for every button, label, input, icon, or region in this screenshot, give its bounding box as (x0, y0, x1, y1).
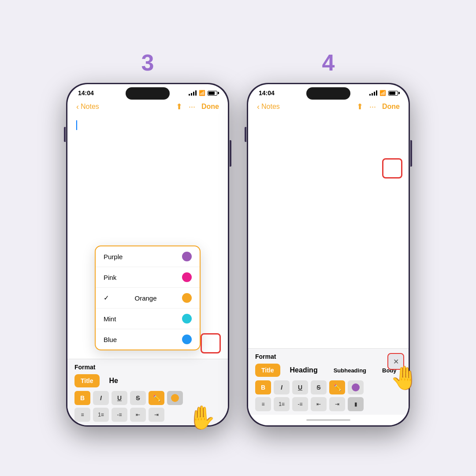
close-btn-highlight-4 (382, 158, 402, 178)
home-indicator-4 (248, 415, 409, 425)
chevron-left-icon-4: ‹ (257, 102, 260, 112)
color-label-orange: Orange (134, 294, 156, 302)
nav-bar-3: ‹ Notes ⬆ ··· Done (67, 98, 228, 115)
color-label-mint: Mint (104, 315, 116, 323)
notes-nav-label-3: Notes (81, 103, 99, 111)
color-picker-popup[interactable]: Purple Pink ✓ Orange Mint Blue (95, 245, 201, 350)
hand-cursor-3: 🤚 (187, 404, 216, 431)
indent-right-btn-4[interactable]: ⇥ (329, 397, 345, 411)
home-bar-4 (306, 419, 350, 421)
nav-actions-3: ⬆ ··· Done (176, 102, 219, 112)
format-row-3: B I U S ✏️ (74, 391, 221, 405)
bullet-list-btn-3[interactable]: ≡ (74, 408, 90, 422)
color-btn-3[interactable] (167, 391, 183, 405)
strikethrough-btn-4[interactable]: S (311, 380, 327, 394)
notes-nav-label-4: Notes (261, 103, 280, 111)
color-btn-4[interactable] (348, 380, 364, 394)
share-icon-3[interactable]: ⬆ (176, 102, 182, 112)
active-color-dot-4 (352, 383, 360, 391)
dynamic-island-4 (306, 87, 350, 100)
wifi-icon-4: 📶 (379, 90, 386, 96)
battery-icon-4 (388, 91, 398, 96)
nav-bar-4: ‹ Notes ⬆ ··· Done (248, 98, 409, 115)
italic-btn-4[interactable]: I (274, 380, 290, 394)
phone-3: 14:04 📶 ‹ N (66, 83, 229, 427)
indent-left-btn-3[interactable]: ⇤ (130, 408, 146, 422)
text-cursor-3 (76, 120, 77, 130)
color-item-blue[interactable]: Blue (96, 329, 200, 350)
signal-icon-4 (369, 90, 377, 96)
bold-btn-4[interactable]: B (255, 380, 271, 394)
list-row-4: ≡ 1≡ -≡ ⇤ ⇥ ▮ (255, 397, 402, 411)
hand-cursor-4: 🤚 (390, 364, 419, 391)
format-styles-4: Title Heading Subheading Body (255, 364, 402, 377)
step-3-number: 3 (141, 49, 154, 76)
wifi-icon-3: 📶 (199, 90, 205, 96)
format-toolbar-4: Format ✕ Title Heading Subheading Body B… (248, 348, 409, 415)
more-icon-4[interactable]: ··· (369, 102, 376, 112)
strikethrough-btn-3[interactable]: S (130, 391, 146, 405)
subheading-style-btn-4[interactable]: Subheading (327, 364, 372, 377)
more-icon-3[interactable]: ··· (189, 102, 195, 112)
indent-left-btn-4[interactable]: ⇤ (311, 397, 327, 411)
dynamic-island-3 (126, 87, 170, 100)
note-content-4[interactable] (248, 115, 409, 348)
signal-icon-3 (189, 90, 197, 96)
color-dot-orange (182, 293, 192, 303)
title-style-btn-3[interactable]: Title (74, 374, 100, 387)
color-item-pink[interactable]: Pink (96, 267, 200, 288)
indent-right-btn-3[interactable]: ⇥ (149, 408, 164, 422)
step-4-number: 4 (322, 49, 335, 76)
color-btn-highlight-3 (201, 333, 221, 353)
highlight-btn-3[interactable]: ✏️ (149, 391, 164, 405)
numbered-list-btn-3[interactable]: 1≡ (93, 408, 109, 422)
underline-btn-3[interactable]: U (112, 391, 127, 405)
bullet-list-btn-4[interactable]: ≡ (255, 397, 271, 411)
color-item-purple[interactable]: Purple (96, 246, 200, 267)
done-button-3[interactable]: Done (201, 103, 219, 111)
color-dot-mint (182, 314, 192, 324)
title-style-btn-4[interactable]: Title (255, 364, 280, 377)
step-3-container: 3 14:04 📶 (66, 49, 229, 427)
numbered-list-btn-4[interactable]: 1≡ (274, 397, 290, 411)
active-color-dot-3 (171, 394, 179, 402)
color-label-blue: Blue (104, 336, 117, 343)
status-icons-4: 📶 (369, 90, 398, 96)
phone-4: 14:04 📶 ‹ N (247, 83, 410, 427)
highlight-btn-4[interactable]: ✏️ (329, 380, 345, 394)
step-4-container: 4 14:04 📶 (247, 49, 410, 427)
done-button-4[interactable]: Done (382, 103, 400, 111)
color-item-orange[interactable]: ✓ Orange (96, 288, 200, 309)
color-item-mint[interactable]: Mint (96, 309, 200, 329)
color-dot-purple (182, 252, 192, 261)
block-btn-4[interactable]: ▮ (348, 397, 364, 411)
color-check-orange: ✓ (104, 294, 109, 302)
status-time-4: 14:04 (259, 89, 275, 97)
back-button-3[interactable]: ‹ Notes (76, 102, 99, 112)
battery-icon-3 (208, 91, 217, 96)
dashed-list-btn-4[interactable]: -≡ (292, 397, 308, 411)
bold-btn-3[interactable]: B (74, 391, 90, 405)
format-label-3: Format (74, 364, 221, 371)
format-styles-3: Title He (74, 374, 221, 387)
dashed-list-btn-3[interactable]: -≡ (112, 408, 127, 422)
format-row-4: B I U S ✏️ (255, 380, 402, 394)
color-label-purple: Purple (104, 253, 123, 260)
heading-style-btn-3[interactable]: He (103, 374, 124, 387)
chevron-left-icon-3: ‹ (76, 102, 79, 112)
underline-btn-4[interactable]: U (292, 380, 308, 394)
nav-actions-4: ⬆ ··· Done (357, 102, 400, 112)
back-button-4[interactable]: ‹ Notes (257, 102, 280, 112)
status-time-3: 14:04 (78, 89, 94, 97)
color-label-pink: Pink (104, 274, 116, 281)
italic-btn-3[interactable]: I (93, 391, 109, 405)
share-icon-4[interactable]: ⬆ (357, 102, 363, 112)
heading-style-btn-4[interactable]: Heading (284, 364, 324, 377)
status-icons-3: 📶 (189, 90, 217, 96)
color-dot-pink (182, 272, 192, 282)
color-dot-blue (182, 335, 192, 344)
format-label-4: Format (255, 353, 402, 360)
